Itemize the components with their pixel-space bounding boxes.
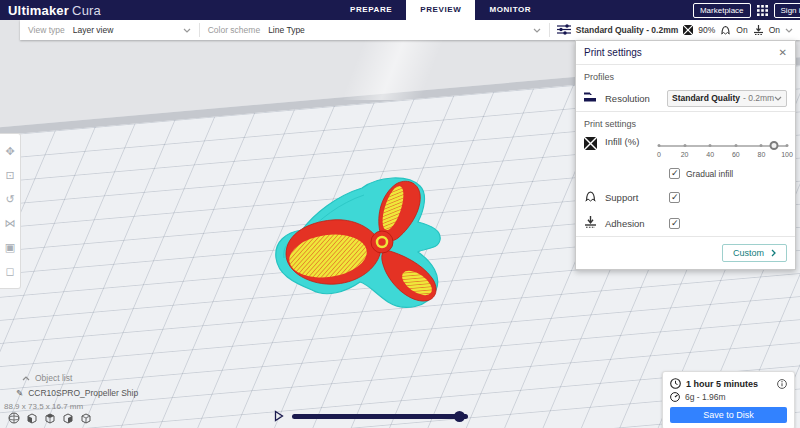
logo-cura: Cura [72,3,101,18]
rotate-icon: ↺ [5,193,14,206]
move-tool-button[interactable]: ✥ [0,139,20,163]
support-label: Support [605,192,638,203]
support-icon [720,21,731,39]
resolution-value-suffix: - 0.2mm [743,93,774,103]
layer-slider[interactable] [292,414,468,419]
play-icon[interactable] [274,410,284,422]
scale-tool-button[interactable]: ⊡ [0,163,20,187]
model-dimensions: 88.9 x 73.5 x 16.7 mm [4,402,83,411]
mirror-tool-button[interactable]: ⋈ [0,211,20,235]
clock-icon [670,378,681,389]
view-right-icon[interactable] [80,412,92,424]
sign-in-button[interactable]: Sign in [774,3,800,18]
profiles-section-label: Profiles [576,65,795,85]
view-type-value: Layer view [73,25,114,35]
panel-title: Print settings [584,47,642,58]
resolution-icon [584,89,597,107]
support-icon [584,188,597,206]
per-model-settings-icon: ▣ [5,241,15,254]
custom-button-label: Custom [733,248,764,258]
support-checkbox[interactable] [669,192,680,203]
stage-tabs: PREPARE PREVIEW MONITOR [336,0,545,20]
applications-grid-icon[interactable] [757,5,768,16]
move-icon: ✥ [5,145,14,158]
hub-center [381,241,384,244]
custom-settings-button[interactable]: Custom [722,244,787,262]
header-right-controls: Marketplace Sign in [693,0,800,20]
material-usage-estimate: 6g - 1.96m [685,392,726,402]
tune-sliders-icon [557,21,571,39]
view-type-label: View type [28,25,65,35]
tab-preview[interactable]: PREVIEW [406,0,475,20]
view-front-icon[interactable] [26,412,38,424]
view-3d-icon[interactable] [8,412,20,424]
summary-adhesion: On [769,25,780,35]
chevron-down-icon[interactable] [785,28,793,33]
per-model-settings-button[interactable]: ▣ [0,235,20,259]
infill-tick-labels: 0 20 40 60 80 100 [659,151,787,162]
support-blocker-button[interactable]: ◻ [0,259,20,283]
print-settings-panel: Print settings ✕ Profiles Resolution Sta… [575,40,796,270]
infill-icon [683,21,693,39]
gradual-infill-checkbox[interactable] [669,168,680,179]
infill-slider-handle[interactable] [770,141,779,150]
chevron-down-icon [774,96,782,101]
material-usage-icon [670,392,680,402]
view-type-dropdown[interactable]: View type Layer view [20,20,199,40]
adhesion-checkbox[interactable] [669,218,680,229]
print-time-estimate: 1 hour 5 minutes [686,379,758,389]
infill-label: Infill (%) [605,136,639,147]
chevron-down-icon [183,28,191,33]
infill-slider[interactable]: 0 20 40 60 80 100 [659,136,787,162]
print-job-panel: 1 hour 5 minutes 6g - 1.96m Save to Disk [662,371,795,428]
layer-slider-handle[interactable] [454,411,465,422]
cura-app-window: UltimakerCura PREPARE PREVIEW MONITOR Ma… [0,0,800,428]
view-options-bar: View type Layer view Color scheme Line T… [20,20,800,40]
app-header: UltimakerCura PREPARE PREVIEW MONITOR Ma… [0,0,800,20]
view-left-icon[interactable] [62,412,74,424]
adhesion-label: Adhesion [605,218,645,229]
object-list-toggle[interactable]: Object list [22,373,72,383]
support-blocker-icon: ◻ [5,265,14,278]
infill-icon [584,136,597,154]
chevron-right-icon [771,249,776,257]
model-tools-toolbar: ✥ ⊡ ↺ ⋈ ▣ ◻ [0,133,21,289]
info-icon[interactable] [777,379,787,389]
sliced-propeller-model[interactable] [270,170,510,350]
view-top-icon[interactable] [44,412,56,424]
print-job-name[interactable]: ✎ CCR10SPRO_Propeller Ship [16,388,138,398]
resolution-value: Standard Quality [672,93,740,103]
print-job-name-text: CCR10SPRO_Propeller Ship [28,388,138,398]
resolution-label: Resolution [605,93,650,104]
close-icon[interactable]: ✕ [779,48,787,58]
summary-support: On [736,25,747,35]
mirror-icon: ⋈ [5,217,16,230]
resolution-dropdown[interactable]: Standard Quality - 0.2mm [667,90,787,107]
marketplace-button[interactable]: Marketplace [693,3,751,18]
simulation-controls [274,410,468,422]
adhesion-icon [753,21,764,39]
tab-monitor[interactable]: MONITOR [475,0,545,20]
summary-infill: 90% [698,25,715,35]
chevron-up-icon [22,376,30,381]
color-scheme-value: Line Type [268,25,305,35]
scale-icon: ⊡ [5,169,14,182]
print-settings-section-label: Print settings [576,112,795,132]
summary-profile: Standard Quality - 0.2mm [576,25,679,35]
logo-ultimaker: Ultimaker [8,3,69,18]
color-scheme-dropdown[interactable]: Color scheme Line Type [200,20,549,40]
camera-view-presets [8,412,92,424]
color-scheme-label: Color scheme [208,25,260,35]
adhesion-icon [584,214,597,232]
rotate-tool-button[interactable]: ↺ [0,187,20,211]
app-logo: UltimakerCura [8,3,101,18]
save-to-disk-button[interactable]: Save to Disk [670,407,787,423]
pencil-icon: ✎ [16,388,23,398]
tab-prepare[interactable]: PREPARE [336,0,406,20]
chevron-down-icon [533,28,541,33]
gradual-infill-label: Gradual infill [686,169,733,179]
object-list-label: Object list [35,373,72,383]
print-settings-summary[interactable]: Standard Quality - 0.2mm 90% On On [550,20,800,40]
